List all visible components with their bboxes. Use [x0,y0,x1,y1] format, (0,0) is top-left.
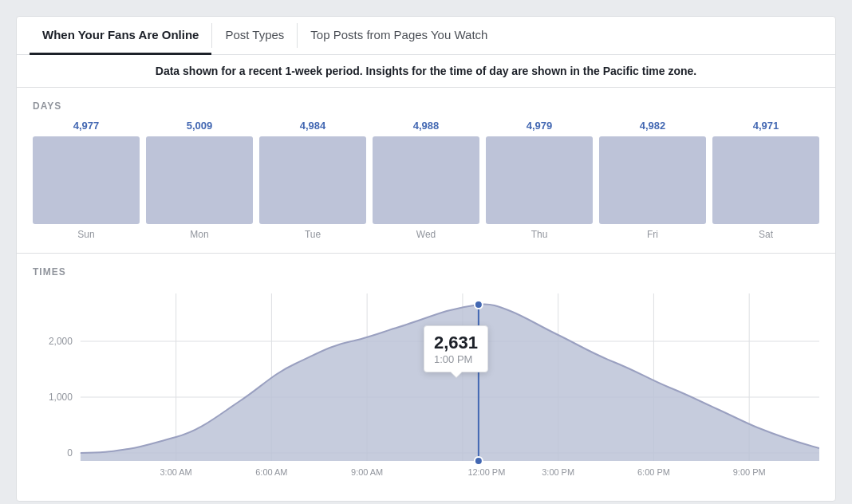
svg-text:6:00 AM: 6:00 AM [255,467,287,477]
info-bar: Data shown for a recent 1-week period. I… [17,55,835,88]
day-col-fri: 4,982Fri [599,120,706,240]
day-bar [373,136,479,224]
day-label: Mon [190,229,208,240]
insights-card: When Your Fans Are Online Post Types Top… [16,16,836,502]
times-section: TIMES 0 1,000 2,000 [17,253,835,501]
times-chart-area: 0 1,000 2,000 [33,285,819,493]
day-bar [486,136,593,224]
day-col-sun: 4,977Sun [33,120,140,240]
svg-text:12:00 PM: 12:00 PM [467,467,505,477]
tab-top-posts[interactable]: Top Posts from Pages You Watch [298,17,500,55]
svg-text:9:00 AM: 9:00 AM [351,467,383,477]
day-bar [33,136,140,224]
day-label: Thu [531,229,548,240]
day-bar [146,136,253,224]
svg-text:3:00 PM: 3:00 PM [542,467,574,477]
day-value: 4,977 [73,120,100,132]
svg-text:3:00 AM: 3:00 AM [160,467,192,477]
day-label: Tue [305,229,321,240]
times-chart-svg: 0 1,000 2,000 [33,285,819,493]
day-value: 4,984 [300,120,326,132]
svg-text:9:00 PM: 9:00 PM [733,467,766,477]
day-value: 4,971 [753,120,779,132]
svg-point-15 [475,457,483,465]
day-label: Sun [77,229,94,240]
day-col-mon: 5,009Mon [146,120,253,240]
day-label: Wed [416,229,436,240]
day-col-thu: 4,979Thu [486,120,593,240]
times-section-label: TIMES [33,266,819,278]
tab-when-fans-online[interactable]: When Your Fans Are Online [30,17,211,55]
day-bar [259,136,366,224]
day-label: Fri [647,229,658,240]
svg-text:2,000: 2,000 [49,336,73,347]
day-value: 4,982 [640,120,666,132]
day-col-wed: 4,988Wed [373,120,479,240]
tab-post-types[interactable]: Post Types [212,17,297,55]
day-col-sat: 4,971Sat [712,120,819,240]
day-value: 4,988 [413,120,440,132]
day-label: Sat [759,229,773,240]
svg-text:0: 0 [67,447,73,459]
day-bar [599,136,706,224]
svg-point-14 [475,301,483,309]
days-section: DAYS 4,977Sun5,009Mon4,984Tue4,988Wed4,9… [17,88,835,253]
tabs-bar: When Your Fans Are Online Post Types Top… [17,17,835,55]
day-bar [712,136,819,224]
day-value: 4,979 [527,120,553,132]
days-grid: 4,977Sun5,009Mon4,984Tue4,988Wed4,979Thu… [33,120,819,240]
day-col-tue: 4,984Tue [259,120,366,240]
svg-text:6:00 PM: 6:00 PM [637,467,670,477]
days-section-label: DAYS [33,100,819,112]
svg-text:1,000: 1,000 [49,392,73,403]
day-value: 5,009 [187,120,213,132]
